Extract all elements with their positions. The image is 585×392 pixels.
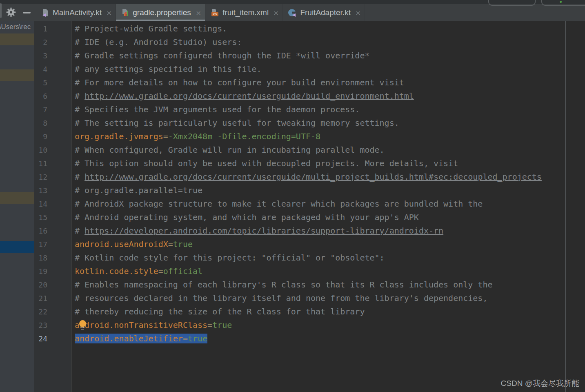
line-number-16[interactable]: 16: [34, 224, 71, 238]
tab-close-icon[interactable]: ×: [107, 9, 111, 17]
project-panel-selected-row[interactable]: [0, 69, 34, 81]
code-segment-comment: #: [75, 91, 85, 101]
code-segment-comment: #: [75, 226, 85, 236]
code-line-5[interactable]: # For more details on how to configure y…: [72, 76, 585, 89]
code-segment-comment: # Kotlin code style for this project: "o…: [75, 253, 385, 263]
code-line-7[interactable]: # Specifies the JVM arguments used for t…: [72, 103, 585, 116]
code-line-13[interactable]: # org.gradle.parallel=true: [72, 184, 585, 197]
code-line-14[interactable]: # AndroidX package structure to make it …: [72, 197, 585, 211]
project-panel-selected-row[interactable]: [0, 241, 34, 253]
editor-gutter[interactable]: 123456789101112131415161718192021222324: [34, 21, 71, 392]
code-line-12[interactable]: # http://www.gradle.org/docs/current/use…: [72, 170, 585, 184]
code-line-20[interactable]: # Enables namespacing of each library's …: [72, 278, 585, 292]
line-number-6[interactable]: 6: [34, 89, 71, 103]
line-number-20[interactable]: 20: [34, 278, 71, 292]
line-number-18[interactable]: 18: [34, 251, 71, 265]
line-number-23[interactable]: 23: [34, 318, 71, 332]
tab-gradle.properties[interactable]: gradle.properties×: [116, 4, 205, 21]
line-number-22[interactable]: 22: [34, 305, 71, 318]
tab-fruit_item.xml[interactable]: <>fruit_item.xml×: [205, 4, 283, 21]
line-number-1[interactable]: 1: [34, 22, 71, 36]
code-segment-link[interactable]: http://www.gradle.org/docs/current/userg…: [85, 91, 414, 101]
line-number-24[interactable]: 24: [34, 332, 71, 345]
code-line-21[interactable]: # resources declared in the library itse…: [72, 292, 585, 305]
project-panel-selected-row[interactable]: [0, 192, 34, 204]
line-number-8[interactable]: 8: [34, 116, 71, 130]
tab-MainActivity.kt[interactable]: MainActivity.kt×: [36, 4, 116, 21]
code-segment-comment: # Enables namespacing of each library's …: [75, 280, 493, 290]
device-selector-widget[interactable]: [541, 0, 585, 6]
code-segment-comment: # For more details on how to configure y…: [75, 78, 404, 87]
code-segment-comment: # thereby reducing the size of the R cla…: [75, 307, 365, 316]
code-line-8[interactable]: # The setting is particularly useful for…: [72, 116, 585, 130]
code-line-3[interactable]: # Gradle settings configured through the…: [72, 49, 585, 62]
line-number-14[interactable]: 14: [34, 197, 71, 211]
tab-label: fruit_item.xml: [222, 8, 269, 17]
code-line-18[interactable]: # Kotlin code style for this project: "o…: [72, 251, 585, 265]
intention-bulb-icon[interactable]: [79, 320, 86, 327]
code-area[interactable]: # Project-wide Gradle settings.# IDE (e.…: [72, 21, 585, 345]
code-line-23[interactable]: android.nonTransitiveRClass=true: [72, 318, 585, 332]
project-panel-selected-row[interactable]: [0, 33, 34, 45]
kotlin-class-icon: [288, 8, 297, 17]
code-segment-value: -Xmx2048m -Dfile.encoding=UTF-8: [168, 131, 320, 141]
watermark: CSDN @我会尽我所能: [501, 378, 579, 389]
tab-close-icon[interactable]: ×: [274, 9, 278, 17]
tab-close-icon[interactable]: ×: [196, 9, 201, 17]
code-segment-key: android.nonTransitiveRClass: [75, 320, 207, 330]
code-line-22[interactable]: # thereby reducing the size of the R cla…: [72, 305, 585, 318]
editor[interactable]: # Project-wide Gradle settings.# IDE (e.…: [72, 21, 585, 392]
code-line-10[interactable]: # When configured, Gradle will run in in…: [72, 143, 585, 157]
project-panel[interactable]: :\Users\rec: [0, 21, 34, 392]
line-number-21[interactable]: 21: [34, 292, 71, 305]
code-segment-value: official: [163, 266, 202, 276]
line-number-11[interactable]: 11: [34, 157, 71, 170]
code-segment-eq: =: [158, 266, 163, 276]
tab-bar: MainActivity.kt×gradle.properties×<>frui…: [0, 0, 585, 21]
code-line-19[interactable]: kotlin.code.style=official: [72, 265, 585, 278]
project-panel-header: [0, 0, 34, 21]
line-number-17[interactable]: 17: [34, 238, 71, 251]
code-segment-comment: # Project-wide Gradle settings.: [75, 24, 227, 33]
code-line-2[interactable]: # IDE (e.g. Android Studio) users:: [72, 36, 585, 49]
code-line-9[interactable]: org.gradle.jvmargs=-Xmx2048m -Dfile.enco…: [72, 130, 585, 143]
line-number-7[interactable]: 7: [34, 103, 71, 116]
line-number-4[interactable]: 4: [34, 62, 71, 76]
code-line-11[interactable]: # This option should only be used with d…: [72, 157, 585, 170]
line-number-13[interactable]: 13: [34, 184, 71, 197]
code-segment-comment: # AndroidX package structure to make it …: [75, 199, 483, 209]
run-config-widget[interactable]: [488, 0, 536, 6]
line-number-12[interactable]: 12: [34, 170, 71, 184]
code-line-16[interactable]: # https://developer.android.com/topic/li…: [72, 224, 585, 238]
code-line-17[interactable]: android.useAndroidX=true: [72, 238, 585, 251]
svg-text:<>: <>: [213, 12, 218, 16]
code-line-4[interactable]: # any settings specified in this file.: [72, 62, 585, 76]
hide-panel-icon[interactable]: [23, 12, 31, 13]
kotlin-file-icon: [41, 8, 49, 17]
line-number-5[interactable]: 5: [34, 76, 71, 89]
tab-strip: MainActivity.kt×gradle.properties×<>frui…: [36, 4, 365, 21]
code-segment-eq: =: [168, 239, 173, 249]
code-segment-key: android.enableJetifier: [75, 334, 183, 343]
tab-close-icon[interactable]: ×: [356, 9, 360, 17]
line-number-15[interactable]: 15: [34, 211, 71, 224]
line-number-10[interactable]: 10: [34, 143, 71, 157]
code-line-6[interactable]: # http://www.gradle.org/docs/current/use…: [72, 89, 585, 103]
tab-FruitAdapter.kt[interactable]: FruitAdapter.kt×: [283, 4, 365, 21]
code-segment-comment: # IDE (e.g. Android Studio) users:: [75, 37, 242, 47]
code-line-15[interactable]: # Android operating system, and which ar…: [72, 211, 585, 224]
line-number-2[interactable]: 2: [34, 36, 71, 49]
line-number-9[interactable]: 9: [34, 130, 71, 143]
code-segment-link[interactable]: https://developer.android.com/topic/libr…: [85, 226, 443, 236]
code-segment-key: org.gradle.jvmargs: [75, 131, 163, 141]
line-number-19[interactable]: 19: [34, 265, 71, 278]
code-segment-comment: # any settings specified in this file.: [75, 64, 262, 74]
code-line-24[interactable]: android.enableJetifier=true: [72, 332, 585, 345]
line-number-3[interactable]: 3: [34, 49, 71, 62]
code-segment-comment: # When configured, Gradle will run in in…: [75, 145, 385, 155]
gradle-file-icon: [121, 8, 129, 17]
code-line-1[interactable]: # Project-wide Gradle settings.: [72, 22, 585, 36]
code-segment-link[interactable]: http://www.gradle.org/docs/current/userg…: [85, 172, 542, 182]
xml-file-icon: <>: [210, 8, 219, 17]
gear-icon[interactable]: [6, 7, 16, 17]
